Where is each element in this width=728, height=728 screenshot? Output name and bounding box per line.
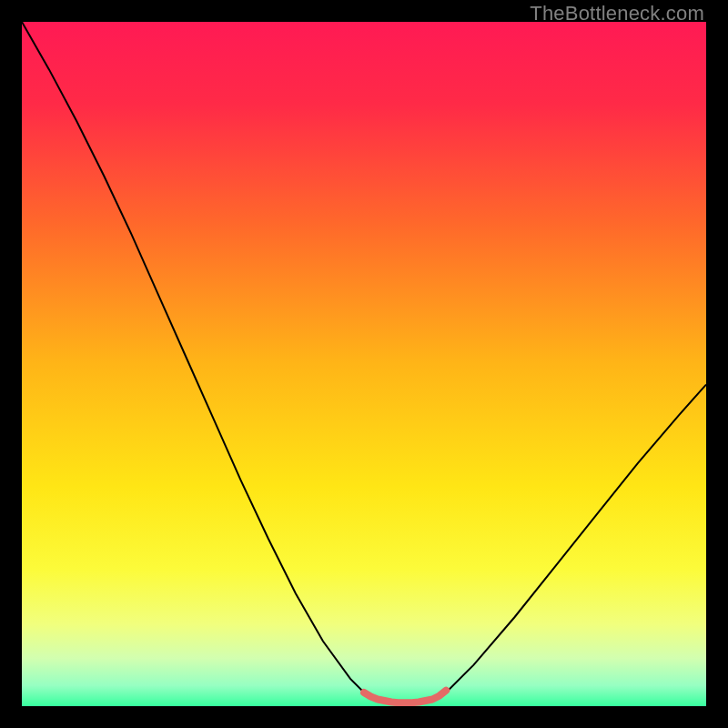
gradient-background bbox=[22, 22, 706, 706]
watermark-text: TheBottleneck.com bbox=[530, 2, 704, 25]
bottleneck-chart bbox=[22, 22, 706, 706]
chart-frame bbox=[22, 22, 706, 706]
